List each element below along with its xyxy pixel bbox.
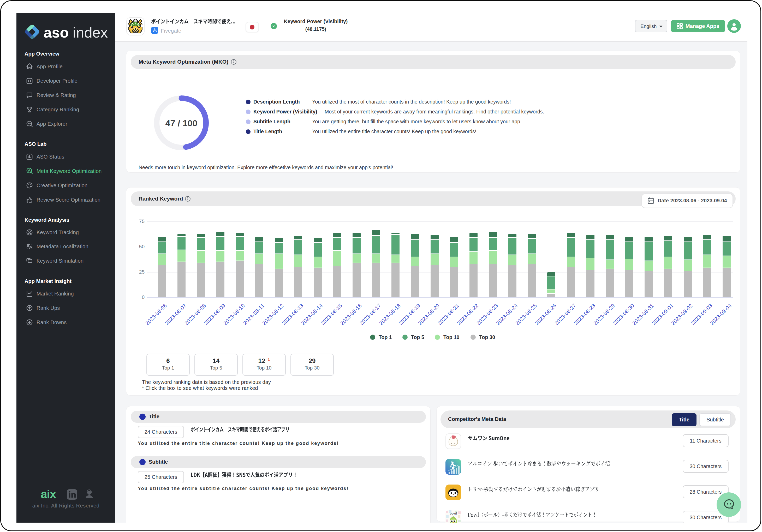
svg-text:47 / 100: 47 / 100 <box>166 118 197 128</box>
svg-text:powl: powl <box>450 512 457 515</box>
